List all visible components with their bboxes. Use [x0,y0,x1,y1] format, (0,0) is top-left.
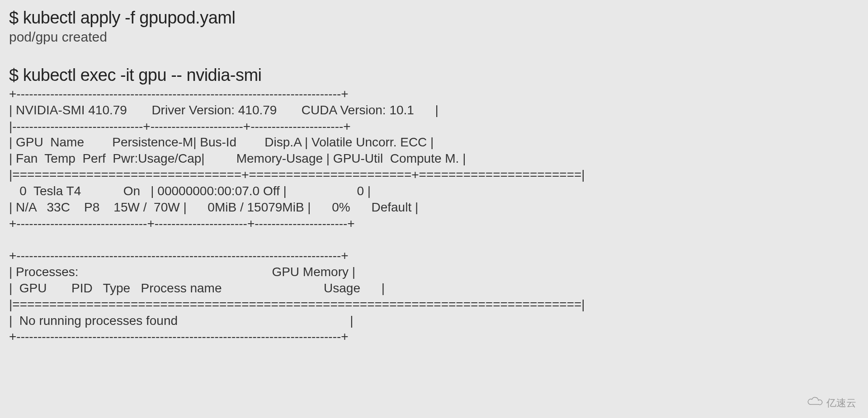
nvidia-smi-output: +---------------------------------------… [9,86,859,345]
smi-proc-border-bot: +---------------------------------------… [9,329,349,343]
smi-gpu-row-1: 0 Tesla T4 On | 00000000:00:07.0 Off | 0… [9,184,371,198]
smi-border-mid: +-------------------------------+-------… [9,216,355,230]
cloud-icon [807,397,823,409]
smi-col-head-1: | GPU Name Persistence-M| Bus-Id Disp.A … [9,135,434,149]
smi-proc-divider: |=======================================… [9,297,585,311]
smi-col-head-divider: |===============================+=======… [9,168,585,182]
watermark: 亿速云 [807,396,856,410]
smi-header-divider: |-------------------------------+-------… [9,119,351,133]
smi-proc-header: | Processes: GPU Memory | [9,265,355,279]
smi-col-head-2: | Fan Temp Perf Pwr:Usage/Cap| Memory-Us… [9,151,466,165]
smi-header-versions: | NVIDIA-SMI 410.79 Driver Version: 410.… [9,103,439,117]
watermark-text: 亿速云 [826,396,856,410]
smi-proc-cols: | GPU PID Type Process name Usage | [9,281,385,295]
response-pod-created: pod/gpu created [9,29,859,45]
command-exec-nvidia-smi: $ kubectl exec -it gpu -- nvidia-smi [9,66,859,85]
smi-proc-none: | No running processes found | [9,314,354,328]
smi-proc-border-top: +---------------------------------------… [9,249,349,263]
smi-border-top: +---------------------------------------… [9,87,349,101]
command-apply: $ kubectl apply -f gpupod.yaml [9,8,859,28]
smi-gpu-row-2: | N/A 33C P8 15W / 70W | 0MiB / 15079MiB… [9,200,418,214]
